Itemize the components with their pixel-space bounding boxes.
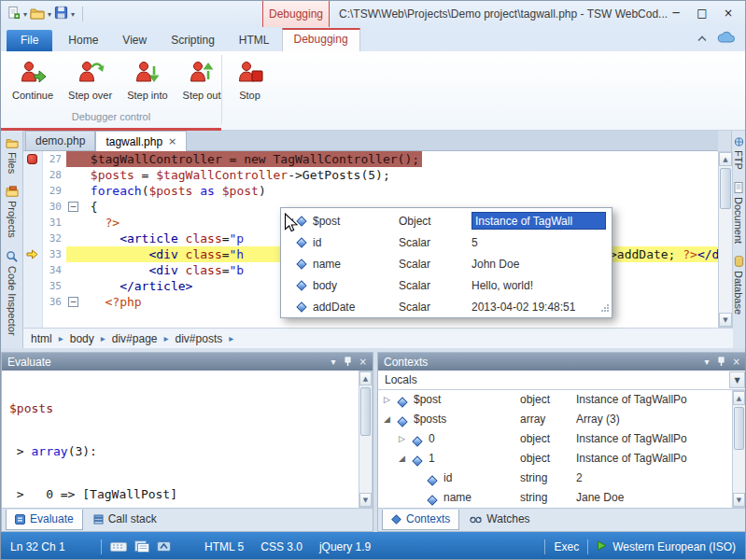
status-encoding[interactable]: Western European (ISO) <box>612 540 736 553</box>
tooltip-row[interactable]: name Scalar John Doe <box>281 253 612 274</box>
tooltip-row[interactable]: addDate Scalar 2013-04-02 19:48:51 <box>281 296 612 317</box>
tree-row[interactable]: ◢ 1 object Instance of TagWallPo <box>378 449 732 469</box>
minimize-button[interactable]: ─ <box>663 4 689 22</box>
ribbon-tab-debugging[interactable]: Debugging <box>282 28 360 51</box>
status-macro-icon[interactable] <box>157 540 171 553</box>
panel-tab-contexts[interactable]: Contexts <box>382 510 459 530</box>
scroll-up-button[interactable]: ▲ <box>359 371 372 385</box>
contexts-tree[interactable]: ▷ $post object Instance of TagWallPo ◢ $… <box>378 390 732 508</box>
ribbon-tab-home[interactable]: Home <box>56 30 110 51</box>
gutter-margin[interactable] <box>23 246 42 262</box>
breadcrumb-item-div-page[interactable]: div#page <box>112 332 158 345</box>
collapse-ribbon-icon[interactable] <box>697 32 708 45</box>
resize-grip-icon[interactable] <box>599 302 610 315</box>
gutter-margin[interactable] <box>23 215 42 231</box>
new-file-icon[interactable] <box>7 6 21 22</box>
evaluate-console[interactable]: $posts > array(3): > 0 => [TagWallPost] … <box>2 371 359 508</box>
contexts-vscrollbar[interactable]: ▲ ▼ <box>732 390 746 508</box>
sidebar-tab-code-inspector[interactable]: Code Inspector <box>1 244 22 342</box>
status-exec-mode[interactable]: Exec <box>554 540 579 553</box>
tree-row[interactable]: ▷ 0 object Instance of TagWallPo <box>378 429 732 449</box>
scroll-up-button[interactable]: ▲ <box>733 391 745 405</box>
panel-menu-icon[interactable]: ▾ <box>331 357 336 367</box>
breadcrumb-item-body[interactable]: body <box>70 332 94 345</box>
gutter-margin[interactable] <box>23 151 42 167</box>
tree-row[interactable]: ◢ $posts array Array (3) <box>378 410 732 429</box>
panel-pin-icon[interactable] <box>344 357 352 367</box>
ribbon-tab-view[interactable]: View <box>110 30 159 51</box>
gutter-margin[interactable] <box>23 199 42 215</box>
ribbon-tab-html[interactable]: HTML <box>227 30 282 51</box>
sidebar-tab-files[interactable]: Files <box>1 131 22 179</box>
stop-button[interactable]: Stop <box>229 53 272 106</box>
editor-vscrollbar[interactable]: ▲ ▼ <box>718 151 733 328</box>
ribbon-tab-scripting[interactable]: Scripting <box>159 30 227 51</box>
gutter-margin[interactable] <box>23 294 42 310</box>
evaluate-vscrollbar[interactable]: ▲ ▼ <box>359 371 373 508</box>
tooltip-row[interactable]: id Scalar 5 <box>281 231 612 253</box>
step-into-button[interactable]: Step into <box>120 53 175 106</box>
status-keyboard-icon[interactable] <box>110 540 127 553</box>
panel-tab-evaluate[interactable]: Evaluate <box>6 510 83 530</box>
step-over-button[interactable]: Step over <box>61 53 120 106</box>
new-file-caret-icon[interactable]: ▾ <box>23 10 27 19</box>
status-css-standard[interactable]: CSS 3.0 <box>260 540 303 553</box>
scroll-thumb[interactable] <box>360 387 371 436</box>
status-html-standard[interactable]: HTML 5 <box>204 540 244 553</box>
scroll-up-button[interactable]: ▲ <box>719 152 732 166</box>
var-value-selected[interactable]: Instance of TagWall <box>472 212 606 230</box>
open-file-icon[interactable] <box>30 7 45 22</box>
gutter-margin[interactable] <box>23 262 42 278</box>
tree-row[interactable]: id string 2 <box>378 469 732 488</box>
combo-arrow-icon[interactable]: ▼ <box>729 371 745 388</box>
fold-marker[interactable]: − <box>68 202 78 212</box>
panel-close-icon[interactable]: × <box>359 357 367 367</box>
tab-close-icon[interactable]: × <box>168 135 176 147</box>
sidebar-tab-document[interactable]: Document <box>732 175 745 249</box>
tooltip-row[interactable]: ◢ $post Object Instance of TagWall <box>281 210 612 231</box>
scroll-down-button[interactable]: ▼ <box>359 493 372 507</box>
gutter-margin[interactable] <box>23 278 42 294</box>
tooltip-row[interactable]: body Scalar Hello, world! <box>281 274 612 296</box>
tree-expander-icon[interactable]: ◢ <box>384 414 390 424</box>
breakpoint-icon[interactable] <box>27 154 37 164</box>
panel-close-icon[interactable]: × <box>733 357 740 367</box>
doc-tab-demo[interactable]: demo.php <box>25 131 95 150</box>
scroll-thumb[interactable] <box>720 168 731 209</box>
continue-button[interactable]: Continue <box>5 53 61 106</box>
scope-selector-combo[interactable]: Locals ▼ <box>378 371 746 390</box>
gutter-margin[interactable] <box>23 167 42 183</box>
sidebar-tab-database[interactable]: Database <box>732 249 745 320</box>
maximize-button[interactable]: □ <box>689 4 715 22</box>
breadcrumb-item-div-posts[interactable]: div#posts <box>176 332 223 345</box>
close-button[interactable]: × <box>715 4 741 22</box>
panel-pin-icon[interactable] <box>717 357 725 367</box>
tree-expander-icon[interactable]: ▷ <box>399 434 405 443</box>
gutter-margin[interactable] <box>23 183 42 199</box>
status-cursor-position[interactable]: Ln 32 Ch 1 <box>10 540 92 553</box>
save-caret-icon[interactable]: ▾ <box>71 10 75 19</box>
save-icon[interactable] <box>54 6 68 22</box>
step-out-button[interactable]: Step out <box>176 53 229 106</box>
sidebar-tab-projects[interactable]: Projects <box>1 179 22 244</box>
breadcrumb-item-html[interactable]: html <box>31 332 52 345</box>
tree-expander-icon[interactable]: ◢ <box>399 454 405 463</box>
open-file-caret-icon[interactable]: ▾ <box>48 10 51 19</box>
panel-menu-icon[interactable]: ▾ <box>705 357 710 367</box>
status-snippets-icon[interactable] <box>134 540 149 553</box>
scroll-thumb[interactable] <box>734 407 744 450</box>
ribbon-tab-file[interactable]: File <box>7 30 52 51</box>
cloud-icon[interactable] <box>717 31 736 46</box>
scroll-down-button[interactable]: ▼ <box>733 493 745 507</box>
panel-tab-call-stack[interactable]: Call stack <box>85 510 165 529</box>
fold-marker[interactable]: − <box>68 297 78 307</box>
sidebar-tab-ftp[interactable]: FTP <box>732 131 745 175</box>
gutter-margin[interactable] <box>23 231 42 246</box>
scroll-down-button[interactable]: ▼ <box>719 313 732 327</box>
tree-row[interactable]: ▷ $post object Instance of TagWallPo <box>378 390 732 410</box>
status-jquery-standard[interactable]: jQuery 1.9 <box>319 540 371 553</box>
tree-row[interactable]: name string Jane Doe <box>378 488 732 508</box>
doc-tab-tagwall[interactable]: tagwall.php × <box>95 131 187 151</box>
tree-expander-icon[interactable]: ▷ <box>384 395 390 404</box>
panel-tab-watches[interactable]: Watches <box>461 510 538 529</box>
